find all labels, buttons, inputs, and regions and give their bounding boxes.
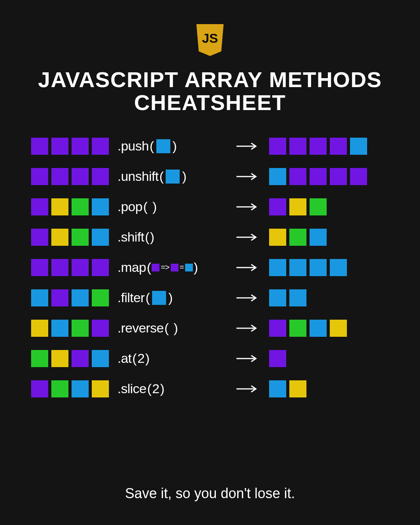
color-box: [51, 380, 68, 397]
color-box: [72, 138, 89, 155]
paren-open: (: [143, 199, 147, 214]
color-box: [310, 229, 327, 246]
color-box: [92, 259, 109, 276]
input-array: [31, 259, 110, 276]
empty-arg: [148, 199, 152, 214]
method-name: .filter: [117, 290, 145, 305]
color-box: [72, 289, 89, 306]
map-from-box: [171, 264, 178, 271]
method-name: .shift: [117, 229, 144, 245]
color-box: [72, 198, 89, 215]
color-box: [350, 168, 367, 185]
color-box: [152, 291, 166, 305]
color-box: [330, 138, 347, 155]
arrow-icon: [234, 294, 261, 302]
color-box: [51, 168, 68, 185]
method-name: .push: [117, 138, 149, 154]
color-box: [92, 350, 109, 367]
color-box: [166, 170, 180, 184]
color-box: [289, 198, 306, 215]
color-box: [31, 229, 48, 246]
method-name: .map: [117, 260, 146, 275]
color-box: [92, 380, 109, 397]
method-row: .reverse( ): [31, 320, 389, 337]
map-from-box: [152, 264, 159, 271]
color-box: [289, 168, 306, 185]
output-array: [269, 229, 389, 246]
color-box: [31, 350, 48, 367]
method-label: .map(=>=): [117, 260, 226, 275]
color-box: [269, 289, 286, 306]
method-row: .shift(): [31, 229, 389, 246]
color-box: [92, 289, 109, 306]
method-name: .at: [117, 351, 131, 366]
color-box: [92, 229, 109, 246]
paren-open: (: [132, 351, 136, 366]
arrow-icon: [234, 355, 261, 362]
method-name: .reverse: [117, 320, 164, 336]
paren-open: (: [164, 320, 169, 336]
color-box: [31, 320, 48, 337]
color-box: [350, 138, 367, 155]
method-row: .unshift(): [31, 168, 389, 185]
color-box: [31, 168, 48, 185]
color-box: [269, 259, 286, 276]
color-box: [289, 138, 306, 155]
color-box: [72, 229, 89, 246]
method-row: .pop( ): [31, 198, 389, 215]
paren-close: ): [173, 138, 177, 154]
color-box: [289, 320, 306, 337]
map-equals: =: [180, 263, 184, 272]
method-label: .push(): [117, 138, 226, 154]
method-name: .unshift: [117, 169, 159, 184]
color-box: [72, 259, 89, 276]
method-arg-text: 2: [137, 351, 144, 366]
color-box: [51, 229, 68, 246]
input-array: [31, 229, 110, 246]
output-array: [269, 168, 389, 185]
color-box: [269, 198, 286, 215]
empty-arg: [170, 320, 173, 336]
color-box: [31, 198, 48, 215]
color-box: [289, 259, 306, 276]
color-box: [289, 229, 306, 246]
color-box: [269, 138, 286, 155]
paren-open: (: [159, 169, 164, 184]
color-box: [31, 259, 48, 276]
arrow-icon: [234, 385, 261, 393]
output-array: [269, 259, 389, 276]
paren-close: ): [145, 351, 150, 366]
arrow-icon: [234, 233, 261, 241]
color-box: [289, 380, 306, 397]
method-row: .map(=>=): [31, 259, 389, 276]
color-box: [310, 138, 327, 155]
method-label: .filter(): [117, 290, 226, 305]
method-name: .pop: [117, 199, 142, 214]
footer-text: Save it, so you don't lose it.: [125, 485, 295, 506]
output-array: [269, 320, 389, 337]
map-to-box: [185, 264, 193, 271]
method-label: .at(2): [117, 351, 226, 366]
paren-open: (: [147, 260, 151, 275]
input-array: [31, 380, 110, 397]
output-array: [269, 138, 389, 155]
method-label: .reverse( ): [117, 320, 226, 336]
paren-close: ): [174, 320, 178, 336]
input-array: [31, 320, 110, 337]
output-array: [269, 380, 389, 397]
color-box: [289, 289, 306, 306]
color-box: [92, 320, 109, 337]
color-box: [310, 259, 327, 276]
input-array: [31, 138, 110, 155]
method-row: .push(): [31, 138, 389, 155]
arrow-icon: [234, 173, 261, 180]
method-label: .unshift(): [117, 169, 226, 184]
color-box: [269, 320, 286, 337]
color-box: [31, 138, 48, 155]
color-box: [92, 138, 109, 155]
color-box: [310, 168, 327, 185]
input-array: [31, 350, 110, 367]
paren-close: ): [150, 229, 154, 245]
arrow-icon: [234, 142, 261, 150]
color-box: [310, 198, 327, 215]
